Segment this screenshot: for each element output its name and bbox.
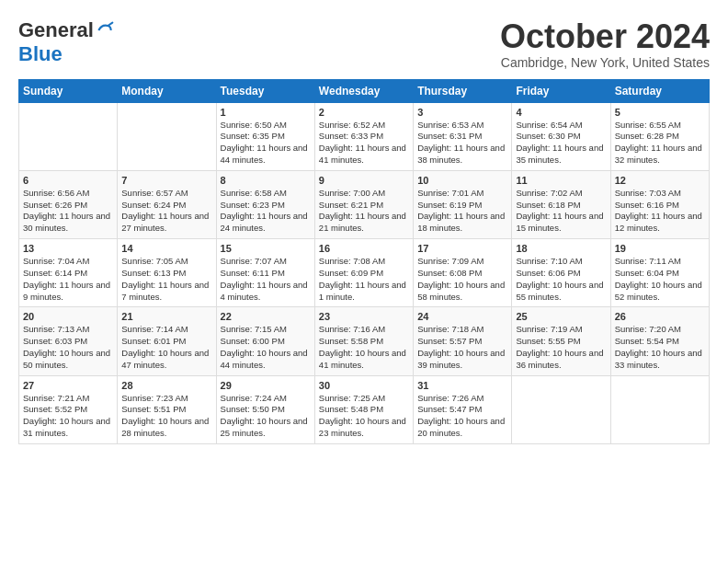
- calendar-cell: 21Sunrise: 7:14 AM Sunset: 6:01 PM Dayli…: [118, 307, 216, 375]
- day-number: 20: [23, 311, 113, 322]
- calendar-cell: [512, 375, 610, 443]
- calendar-cell: 7Sunrise: 6:57 AM Sunset: 6:24 PM Daylig…: [118, 170, 216, 238]
- calendar-cell: 22Sunrise: 7:15 AM Sunset: 6:00 PM Dayli…: [216, 307, 314, 375]
- day-info: Sunrise: 7:18 AM Sunset: 5:57 PM Dayligh…: [417, 324, 507, 371]
- calendar-cell: 28Sunrise: 7:23 AM Sunset: 5:51 PM Dayli…: [118, 375, 216, 443]
- day-info: Sunrise: 6:52 AM Sunset: 6:33 PM Dayligh…: [319, 120, 409, 167]
- calendar-cell: 2Sunrise: 6:52 AM Sunset: 6:33 PM Daylig…: [314, 102, 413, 170]
- page-header: General Blue October 2024 Cambridge, New…: [18, 18, 710, 70]
- main-title: October 2024: [500, 18, 710, 55]
- day-number: 4: [516, 107, 606, 118]
- calendar-cell: 31Sunrise: 7:26 AM Sunset: 5:47 PM Dayli…: [414, 375, 512, 443]
- day-number: 14: [121, 243, 211, 254]
- calendar-week-row: 13Sunrise: 7:04 AM Sunset: 6:14 PM Dayli…: [19, 239, 710, 307]
- day-info: Sunrise: 6:57 AM Sunset: 6:24 PM Dayligh…: [121, 188, 211, 235]
- day-info: Sunrise: 6:50 AM Sunset: 6:35 PM Dayligh…: [221, 120, 311, 167]
- day-number: 22: [221, 311, 311, 322]
- calendar-cell: 11Sunrise: 7:02 AM Sunset: 6:18 PM Dayli…: [512, 170, 610, 238]
- calendar-cell: 26Sunrise: 7:20 AM Sunset: 5:54 PM Dayli…: [610, 307, 709, 375]
- day-info: Sunrise: 7:25 AM Sunset: 5:48 PM Dayligh…: [319, 393, 409, 440]
- day-number: 2: [319, 107, 409, 118]
- logo-icon: [96, 21, 114, 40]
- day-number: 31: [417, 380, 507, 391]
- calendar-week-row: 6Sunrise: 6:56 AM Sunset: 6:26 PM Daylig…: [19, 170, 710, 238]
- day-number: 3: [417, 107, 507, 118]
- calendar-cell: 8Sunrise: 6:58 AM Sunset: 6:23 PM Daylig…: [216, 170, 314, 238]
- calendar-cell: 17Sunrise: 7:09 AM Sunset: 6:08 PM Dayli…: [414, 239, 512, 307]
- calendar-week-row: 20Sunrise: 7:13 AM Sunset: 6:03 PM Dayli…: [19, 307, 710, 375]
- day-number: 19: [615, 243, 705, 254]
- day-info: Sunrise: 7:03 AM Sunset: 6:16 PM Dayligh…: [615, 188, 705, 235]
- day-info: Sunrise: 7:21 AM Sunset: 5:52 PM Dayligh…: [23, 393, 113, 440]
- day-info: Sunrise: 7:16 AM Sunset: 5:58 PM Dayligh…: [319, 324, 409, 371]
- logo-general-text: General: [18, 18, 94, 42]
- day-number: 29: [221, 380, 311, 391]
- calendar-cell: 20Sunrise: 7:13 AM Sunset: 6:03 PM Dayli…: [19, 307, 118, 375]
- day-info: Sunrise: 7:00 AM Sunset: 6:21 PM Dayligh…: [319, 188, 409, 235]
- calendar-cell: 30Sunrise: 7:25 AM Sunset: 5:48 PM Dayli…: [314, 375, 413, 443]
- day-info: Sunrise: 7:14 AM Sunset: 6:01 PM Dayligh…: [121, 324, 211, 371]
- day-info: Sunrise: 7:07 AM Sunset: 6:11 PM Dayligh…: [221, 256, 311, 303]
- calendar-cell: 15Sunrise: 7:07 AM Sunset: 6:11 PM Dayli…: [216, 239, 314, 307]
- day-info: Sunrise: 6:56 AM Sunset: 6:26 PM Dayligh…: [23, 188, 113, 235]
- weekday-header-friday: Friday: [512, 79, 610, 102]
- logo-blue-text: Blue: [18, 42, 63, 66]
- calendar-cell: [19, 102, 118, 170]
- weekday-header-sunday: Sunday: [19, 79, 118, 102]
- day-info: Sunrise: 7:01 AM Sunset: 6:19 PM Dayligh…: [417, 188, 507, 235]
- title-block: October 2024 Cambridge, New York, United…: [500, 18, 710, 70]
- calendar-cell: 19Sunrise: 7:11 AM Sunset: 6:04 PM Dayli…: [610, 239, 709, 307]
- day-info: Sunrise: 6:54 AM Sunset: 6:30 PM Dayligh…: [516, 120, 606, 167]
- logo: General Blue: [18, 18, 114, 66]
- calendar-cell: 10Sunrise: 7:01 AM Sunset: 6:19 PM Dayli…: [414, 170, 512, 238]
- calendar-cell: 24Sunrise: 7:18 AM Sunset: 5:57 PM Dayli…: [414, 307, 512, 375]
- day-number: 26: [615, 311, 705, 322]
- day-number: 13: [23, 243, 113, 254]
- day-number: 24: [417, 311, 507, 322]
- day-number: 9: [319, 175, 409, 186]
- calendar-cell: 13Sunrise: 7:04 AM Sunset: 6:14 PM Dayli…: [19, 239, 118, 307]
- calendar-cell: 23Sunrise: 7:16 AM Sunset: 5:58 PM Dayli…: [314, 307, 413, 375]
- day-info: Sunrise: 7:09 AM Sunset: 6:08 PM Dayligh…: [417, 256, 507, 303]
- day-info: Sunrise: 7:13 AM Sunset: 6:03 PM Dayligh…: [23, 324, 113, 371]
- calendar-cell: 18Sunrise: 7:10 AM Sunset: 6:06 PM Dayli…: [512, 239, 610, 307]
- calendar-cell: 29Sunrise: 7:24 AM Sunset: 5:50 PM Dayli…: [216, 375, 314, 443]
- day-info: Sunrise: 7:04 AM Sunset: 6:14 PM Dayligh…: [23, 256, 113, 303]
- calendar-week-row: 27Sunrise: 7:21 AM Sunset: 5:52 PM Dayli…: [19, 375, 710, 443]
- calendar-table: SundayMondayTuesdayWednesdayThursdayFrid…: [18, 79, 710, 444]
- day-number: 7: [121, 175, 211, 186]
- day-info: Sunrise: 7:02 AM Sunset: 6:18 PM Dayligh…: [516, 188, 606, 235]
- calendar-cell: 25Sunrise: 7:19 AM Sunset: 5:55 PM Dayli…: [512, 307, 610, 375]
- calendar-cell: 5Sunrise: 6:55 AM Sunset: 6:28 PM Daylig…: [610, 102, 709, 170]
- calendar-week-row: 1Sunrise: 6:50 AM Sunset: 6:35 PM Daylig…: [19, 102, 710, 170]
- weekday-header-wednesday: Wednesday: [314, 79, 413, 102]
- calendar-cell: 14Sunrise: 7:05 AM Sunset: 6:13 PM Dayli…: [118, 239, 216, 307]
- day-info: Sunrise: 6:58 AM Sunset: 6:23 PM Dayligh…: [221, 188, 311, 235]
- day-number: 15: [221, 243, 311, 254]
- day-number: 25: [516, 311, 606, 322]
- weekday-header-tuesday: Tuesday: [216, 79, 314, 102]
- day-number: 1: [221, 107, 311, 118]
- day-number: 28: [121, 380, 211, 391]
- day-info: Sunrise: 7:26 AM Sunset: 5:47 PM Dayligh…: [417, 393, 507, 440]
- day-number: 11: [516, 175, 606, 186]
- calendar-cell: [610, 375, 709, 443]
- day-number: 8: [221, 175, 311, 186]
- day-number: 18: [516, 243, 606, 254]
- day-number: 27: [23, 380, 113, 391]
- day-number: 16: [319, 243, 409, 254]
- day-info: Sunrise: 7:11 AM Sunset: 6:04 PM Dayligh…: [615, 256, 705, 303]
- day-number: 23: [319, 311, 409, 322]
- calendar-cell: 12Sunrise: 7:03 AM Sunset: 6:16 PM Dayli…: [610, 170, 709, 238]
- calendar-cell: 3Sunrise: 6:53 AM Sunset: 6:31 PM Daylig…: [414, 102, 512, 170]
- day-info: Sunrise: 7:19 AM Sunset: 5:55 PM Dayligh…: [516, 324, 606, 371]
- day-info: Sunrise: 6:55 AM Sunset: 6:28 PM Dayligh…: [615, 120, 705, 167]
- day-info: Sunrise: 7:24 AM Sunset: 5:50 PM Dayligh…: [221, 393, 311, 440]
- day-number: 21: [121, 311, 211, 322]
- weekday-header-row: SundayMondayTuesdayWednesdayThursdayFrid…: [19, 79, 710, 102]
- day-number: 12: [615, 175, 705, 186]
- day-number: 17: [417, 243, 507, 254]
- day-info: Sunrise: 7:08 AM Sunset: 6:09 PM Dayligh…: [319, 256, 409, 303]
- day-number: 5: [615, 107, 705, 118]
- calendar-cell: 9Sunrise: 7:00 AM Sunset: 6:21 PM Daylig…: [314, 170, 413, 238]
